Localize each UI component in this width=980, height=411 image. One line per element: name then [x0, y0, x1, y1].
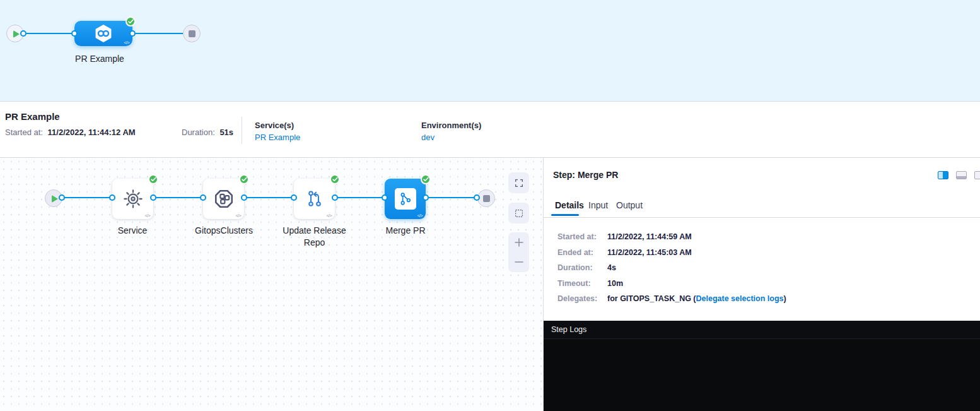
log-line: 3 INFO 11/2/2022 11:45:02 AM Commit Sha …	[544, 378, 980, 390]
success-check-icon	[239, 174, 249, 184]
log-line: 4 INFO 11/2/2022 11:45:02 AM Done.	[544, 390, 980, 403]
code-mark: </>	[124, 40, 129, 45]
code-mark: </>	[235, 213, 241, 218]
stage-canvas[interactable]: </> Service </> GitopsClusters	[0, 158, 544, 411]
code-mark: </>	[417, 213, 423, 218]
zoom-controls	[508, 232, 529, 272]
layout-split-vertical-icon[interactable]	[938, 171, 948, 179]
pipeline-banner: </> PR Example	[0, 0, 980, 102]
code-mark: </>	[326, 213, 332, 218]
edge-line	[136, 33, 185, 34]
delegate-selection-logs-link[interactable]: Delegate selection logs	[696, 294, 784, 310]
detail-row-delegates: Delegates: for GITOPS_TASK_NG ( Delegate…	[557, 294, 786, 310]
detail-label: Delegates:	[557, 294, 607, 310]
gear-icon	[122, 188, 144, 210]
step-label: GitopsClusters	[178, 225, 269, 237]
edge-line	[26, 33, 77, 34]
step-logs-header: Step Logs Console View	[544, 321, 980, 339]
environment-link[interactable]: dev	[421, 133, 435, 142]
detail-row-duration: Duration: 4s	[557, 263, 616, 279]
edge-line	[156, 197, 207, 198]
execution-title: PR Example	[5, 111, 60, 122]
detail-row-ended: Ended at: 11/2/2022, 11:45:03 AM	[557, 248, 692, 264]
step-panel-title: Step: Merge PR	[553, 170, 618, 180]
detail-value: 11/2/2022, 11:45:03 AM	[607, 248, 692, 264]
tab-details[interactable]: Details	[555, 200, 584, 210]
connector-port	[150, 194, 156, 201]
step-node-gitopsclusters[interactable]: </>	[203, 179, 244, 219]
duration-line: Duration: 51s	[182, 128, 233, 137]
edge-line	[338, 197, 388, 198]
edge-line	[65, 197, 115, 198]
layout-split-horizontal-icon[interactable]	[956, 171, 967, 179]
connector-port	[71, 30, 78, 37]
step-label: Merge PR	[360, 225, 451, 237]
duration-value: 51s	[219, 128, 233, 137]
detail-label: Duration:	[557, 263, 607, 279]
active-tab-underline	[551, 214, 579, 216]
step-label: Update Release Repo	[279, 225, 349, 249]
detail-label: Started at:	[557, 232, 607, 248]
play-icon	[52, 195, 58, 203]
connector-port	[59, 194, 65, 201]
detail-value: for GITOPS_TASK_NG (	[607, 294, 696, 310]
duration-label: Duration:	[182, 128, 215, 137]
edge-line	[247, 197, 298, 198]
zoom-out-button[interactable]	[513, 256, 525, 268]
tab-input[interactable]: Input	[588, 200, 608, 210]
detail-label: Ended at:	[557, 248, 607, 264]
connector-port	[129, 30, 136, 37]
detail-value-suffix: )	[783, 294, 786, 310]
layout-split-right-icon[interactable]	[974, 171, 980, 179]
connector-port	[109, 194, 115, 201]
log-line: 1 INFO 11/2/2022 11:45:02 AM PR Link: ht…	[544, 352, 980, 365]
connector-port	[382, 194, 388, 201]
fullscreen-icon	[514, 178, 524, 188]
marquee-select-button[interactable]	[508, 203, 529, 223]
divider	[544, 217, 980, 218]
zoom-in-button[interactable]	[513, 237, 525, 248]
success-check-icon	[148, 174, 158, 184]
step-node-merge-pr[interactable]: </>	[385, 179, 426, 219]
success-check-icon	[421, 174, 431, 184]
pipeline-end-node[interactable]	[183, 25, 201, 42]
step-node-service[interactable]: </>	[112, 179, 153, 219]
success-check-icon	[330, 174, 340, 184]
play-icon	[13, 30, 20, 38]
execution-header: PR Example Started at: 11/2/2022, 11:44:…	[0, 102, 980, 158]
detail-value: 4s	[607, 263, 616, 279]
step-label: Service	[87, 225, 178, 237]
connector-port	[474, 194, 480, 201]
connector-port	[241, 194, 247, 201]
step-node-update-release-repo[interactable]: </>	[294, 179, 335, 219]
service-link[interactable]: PR Example	[255, 133, 300, 142]
marquee-icon	[514, 208, 524, 218]
success-check-icon	[125, 16, 136, 27]
connector-port	[332, 194, 338, 201]
git-branch-icon	[397, 191, 414, 207]
detail-label: Timeout:	[557, 279, 607, 295]
gitops-hexagon-icon	[93, 23, 114, 44]
canvas-end-node[interactable]	[477, 189, 495, 207]
started-at-line: Started at: 11/2/2022, 11:44:12 AM	[5, 128, 136, 137]
services-label: Service(s)	[255, 121, 294, 130]
code-mark: </>	[144, 213, 150, 218]
stage-node-pr-example[interactable]: </>	[74, 21, 132, 46]
divider	[242, 117, 242, 144]
step-logs-body[interactable]: 1 INFO 11/2/2022 11:45:02 AM PR Link: ht…	[544, 339, 980, 411]
connector-port	[20, 30, 26, 37]
detail-value: 10m	[607, 279, 623, 295]
detail-row-timeout: Timeout: 10m	[557, 279, 623, 295]
connector-port	[291, 194, 297, 201]
merge-pr-icon-frame	[395, 188, 416, 210]
started-at-label: Started at:	[5, 128, 43, 137]
edge-line	[429, 197, 476, 198]
log-line: 2 INFO 11/2/2022 11:45:02 AM Pull Reques…	[544, 365, 980, 378]
fullscreen-button[interactable]	[508, 172, 529, 193]
connector-port	[423, 194, 429, 201]
clusters-octagon-icon	[213, 188, 235, 210]
pull-request-icon	[305, 189, 325, 209]
tab-output[interactable]: Output	[616, 200, 643, 210]
step-logs-title: Step Logs	[551, 325, 586, 334]
environments-label: Environment(s)	[421, 121, 481, 130]
